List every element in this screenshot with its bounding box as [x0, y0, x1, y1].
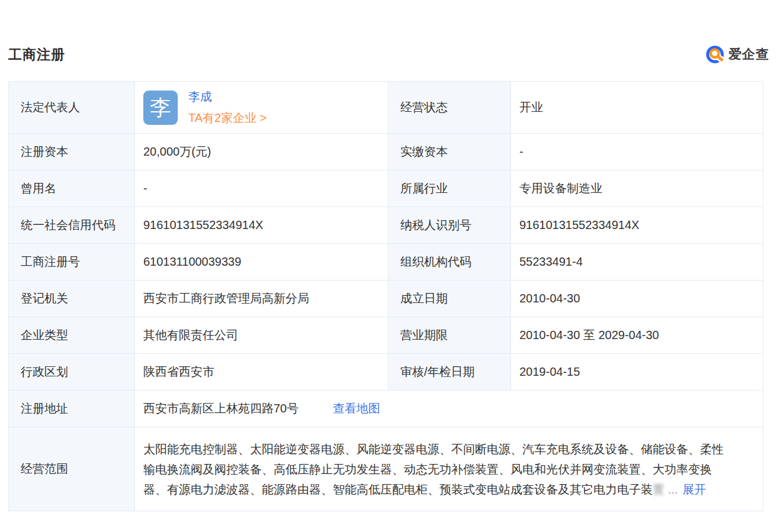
value-registered-capital: 20,000万(元)	[135, 134, 389, 170]
value-company-type: 其他有限责任公司	[135, 317, 389, 354]
label-registration-authority: 登记机关	[9, 280, 135, 317]
label-company-type: 企业类型	[9, 317, 135, 354]
value-administrative-division: 陕西省西安市	[135, 354, 389, 391]
table-row: 注册资本 20,000万(元) 实缴资本 -	[9, 134, 763, 170]
expand-link[interactable]: 展开	[682, 483, 706, 496]
label-industry: 所属行业	[389, 170, 511, 207]
table-row: 曾用名 - 所属行业 专用设备制造业	[9, 170, 763, 207]
label-legal-representative: 法定代表人	[9, 82, 135, 134]
table-row: 工商注册号 610131100039339 组织机构代码 55233491-4	[9, 244, 763, 280]
value-business-registration-number: 610131100039339	[135, 244, 389, 280]
page-title: 工商注册	[8, 46, 65, 64]
view-map-link[interactable]: 查看地图	[333, 402, 380, 415]
value-industry: 专用设备制造业	[511, 170, 763, 207]
label-organization-code: 组织机构代码	[389, 244, 511, 280]
label-establishment-date: 成立日期	[389, 280, 511, 317]
label-unified-social-credit-code: 统一社会信用代码	[9, 207, 135, 244]
section-header: 工商注册 爱企查	[8, 44, 769, 65]
avatar[interactable]: 李	[143, 91, 178, 125]
label-registered-address: 注册地址	[9, 391, 135, 427]
label-business-scope: 经营范围	[9, 427, 135, 511]
table-row: 行政区划 陕西省西安市 审核/年检日期 2019-04-15	[9, 354, 763, 391]
label-inspection-date: 审核/年检日期	[389, 354, 511, 391]
label-business-term: 营业期限	[389, 317, 511, 354]
aiqicha-logo-icon	[705, 44, 726, 65]
label-administrative-division: 行政区划	[9, 354, 135, 391]
label-registered-capital: 注册资本	[9, 134, 135, 170]
business-scope-visible-text: 太阳能充电控制器、太阳能逆变器电源、风能逆变器电源、不间断电源、汽车充电系统及设…	[143, 443, 724, 496]
registration-table: 法定代表人 李 李成 TA有2家企业 > 经营状态 开业 注册资本 20,000…	[8, 81, 763, 511]
value-establishment-date: 2010-04-30	[511, 280, 763, 317]
value-organization-code: 55233491-4	[511, 244, 763, 280]
legal-representative-cell: 李 李成 TA有2家企业 >	[143, 89, 378, 126]
label-operating-status: 经营状态	[389, 82, 511, 134]
value-registration-authority: 西安市工商行政管理局高新分局	[135, 280, 389, 317]
business-scope-blurred-text: 置	[653, 483, 665, 496]
label-paid-in-capital: 实缴资本	[389, 134, 511, 170]
table-row: 法定代表人 李 李成 TA有2家企业 > 经营状态 开业	[9, 82, 763, 134]
aiqicha-logo[interactable]: 爱企查	[705, 44, 769, 65]
table-row: 经营范围 太阳能充电控制器、太阳能逆变器电源、风能逆变器电源、不间断电源、汽车充…	[9, 427, 763, 511]
table-row: 统一社会信用代码 91610131552334914X 纳税人识别号 91610…	[9, 207, 763, 244]
value-registered-address: 西安市高新区上林苑四路70号	[143, 402, 298, 415]
legal-representative-name-link[interactable]: 李成	[188, 89, 267, 105]
label-former-name: 曾用名	[9, 170, 135, 207]
value-former-name: -	[135, 170, 389, 207]
value-paid-in-capital: -	[511, 134, 763, 170]
value-inspection-date: 2019-04-15	[511, 354, 763, 391]
value-taxpayer-id: 91610131552334914X	[511, 207, 763, 244]
label-taxpayer-id: 纳税人识别号	[389, 207, 511, 244]
table-row: 登记机关 西安市工商行政管理局高新分局 成立日期 2010-04-30	[9, 280, 763, 317]
business-scope-ellipsis: ...	[668, 483, 678, 496]
value-business-term: 2010-04-30 至 2029-04-30	[511, 317, 763, 354]
label-business-registration-number: 工商注册号	[9, 244, 135, 280]
aiqicha-logo-text: 爱企查	[728, 46, 769, 63]
table-row: 企业类型 其他有限责任公司 营业期限 2010-04-30 至 2029-04-…	[9, 317, 763, 354]
business-scope-text: 太阳能充电控制器、太阳能逆变器电源、风能逆变器电源、不间断电源、汽车充电系统及设…	[143, 439, 730, 499]
value-operating-status: 开业	[511, 82, 763, 134]
related-companies-link[interactable]: TA有2家企业 >	[188, 110, 267, 126]
table-row: 注册地址 西安市高新区上林苑四路70号 查看地图	[9, 391, 763, 427]
value-unified-social-credit-code: 91610131552334914X	[135, 207, 389, 244]
